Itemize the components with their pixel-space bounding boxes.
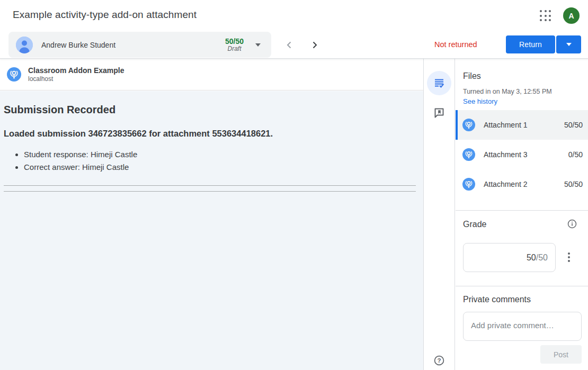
submission-heading: Submission Recorded	[4, 104, 420, 116]
attachment-name: Attachment 1	[484, 121, 528, 129]
submission-details-list: Student response: Himeji Castle Correct …	[4, 148, 420, 174]
grade-input[interactable]	[504, 253, 536, 263]
grade-denominator: /50	[536, 253, 548, 263]
student-selector[interactable]: Andrew Burke Student 50/50 Draft	[8, 32, 271, 58]
info-icon	[566, 218, 578, 230]
private-comments-title: Private comments	[463, 295, 531, 304]
list-item: Correct answer: Himeji Castle	[24, 161, 420, 174]
addon-icon	[7, 67, 21, 82]
comment-bank-icon	[433, 106, 446, 119]
addon-host: localhost	[28, 75, 124, 84]
addon-icon	[462, 178, 475, 191]
divider	[456, 210, 588, 211]
attachment-name: Attachment 3	[484, 150, 528, 159]
attachment-score: 50/50	[564, 180, 583, 188]
app-header: Example activity-type add-on attachment …	[0, 0, 588, 59]
attachment-list: Attachment 1 50/50 Attachment 3 0/50 A	[456, 110, 588, 199]
help-icon: ?	[433, 354, 446, 367]
attachment-score: 0/50	[568, 150, 583, 159]
addon-content: Submission Recorded Loaded submission 34…	[0, 91, 423, 370]
selected-indicator	[456, 110, 458, 140]
comment-bank-button[interactable]	[433, 106, 446, 119]
return-status: Not returned	[434, 40, 483, 49]
divider	[4, 185, 416, 186]
return-dropdown-button[interactable]	[556, 35, 581, 53]
turned-in-timestamp: Turned in on May 3, 12:55 PM	[463, 88, 552, 95]
post-comment-button[interactable]: Post	[540, 345, 582, 364]
grading-icon	[433, 77, 446, 89]
student-grade-state: Draft	[225, 46, 244, 53]
attachment-row[interactable]: Attachment 1 50/50	[456, 110, 588, 140]
attachment-score: 50/50	[564, 121, 583, 129]
grade-menu-button[interactable]	[563, 249, 575, 265]
files-section-title: Files	[463, 71, 481, 81]
grading-panel: Files Turned in on May 3, 12:55 PM See h…	[456, 59, 588, 370]
student-score-block: 50/50 Draft	[225, 37, 244, 53]
chevron-down-icon	[255, 43, 261, 47]
list-item: Student response: Himeji Castle	[24, 148, 420, 161]
grade-info-button[interactable]	[565, 218, 579, 231]
chevron-left-icon	[283, 39, 296, 51]
account-avatar[interactable]: A	[563, 7, 580, 24]
page-title: Example activity-type add-on attachment	[13, 9, 197, 21]
attachment-row[interactable]: Attachment 2 50/50	[456, 169, 588, 199]
student-avatar-icon	[16, 37, 33, 53]
grading-tab-button[interactable]	[427, 71, 451, 95]
see-history-link[interactable]: See history	[463, 97, 497, 105]
grade-field[interactable]: /50	[463, 243, 556, 272]
return-button[interactable]: Return	[506, 35, 555, 53]
google-apps-grid-icon[interactable]	[539, 9, 553, 23]
attachment-row[interactable]: Attachment 3 0/50	[456, 140, 588, 169]
divider	[4, 191, 416, 192]
student-name: Andrew Burke Student	[41, 41, 115, 49]
grade-section-title: Grade	[463, 220, 486, 229]
chevron-down-icon	[566, 43, 572, 46]
addon-icon	[462, 119, 475, 131]
attachment-name: Attachment 2	[484, 180, 528, 188]
next-student-button[interactable]	[308, 39, 321, 51]
addon-header: Classroom Addon Example localhost	[0, 59, 423, 91]
previous-student-button[interactable]	[283, 39, 296, 51]
submission-view: Classroom Addon Example localhost Submis…	[0, 59, 424, 370]
addon-icon	[462, 148, 475, 161]
addon-name: Classroom Addon Example	[28, 66, 124, 75]
chevron-right-icon	[308, 39, 321, 51]
submission-lead: Loaded submission 346723835662 for attac…	[4, 129, 420, 139]
student-score: 50/50	[225, 37, 244, 46]
side-icon-rail: ?	[424, 59, 455, 370]
svg-text:?: ?	[437, 357, 441, 364]
private-comment-input[interactable]	[463, 312, 582, 341]
help-button[interactable]: ?	[433, 354, 446, 367]
divider	[456, 286, 588, 286]
